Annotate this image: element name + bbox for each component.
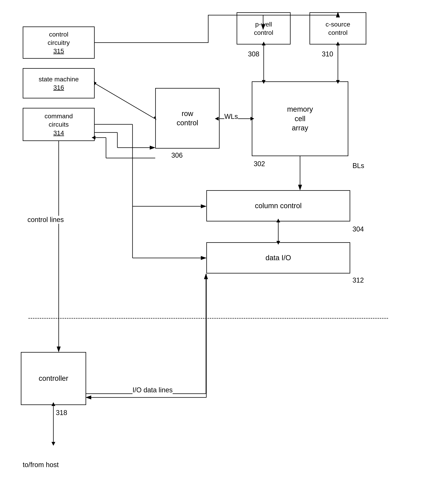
control-circuitry-label: controlcircuitry [48, 30, 70, 47]
control-lines-label: control lines [27, 216, 64, 224]
ref-318: 318 [56, 409, 67, 417]
ref-302: 302 [254, 160, 265, 168]
data-io-box: data I/O [206, 242, 350, 274]
state-machine-ref: 316 [53, 83, 64, 92]
column-control-label: column control [255, 201, 301, 210]
svg-marker-41 [52, 442, 55, 446]
c-source-control-box: c-sourcecontrol [309, 12, 366, 44]
command-circuits-label: commandcircuits [44, 112, 73, 128]
ref-306: 306 [171, 151, 183, 159]
memory-cell-array-label: memorycellarray [287, 105, 313, 133]
ref-312: 312 [353, 276, 364, 284]
control-circuitry-ref: 315 [53, 47, 64, 55]
to-from-host-label: to/from host [23, 461, 59, 469]
memory-cell-array-box: memorycellarray [252, 81, 348, 156]
bls-label: BLs [353, 162, 364, 170]
ref-308: 308 [248, 50, 259, 58]
state-machine-label: state machine [39, 75, 79, 83]
column-control-box: column control [206, 190, 350, 222]
controller-box: controller [21, 352, 86, 405]
ref-310: 310 [322, 50, 333, 58]
data-io-label: data I/O [265, 253, 291, 263]
row-control-label: rowcontrol [177, 109, 198, 128]
svg-line-11 [95, 83, 155, 119]
state-machine-box: state machine 316 [23, 68, 95, 98]
p-well-control-box: p-wellcontrol [237, 12, 291, 44]
wls-label: WLs [224, 113, 238, 120]
ref-304: 304 [353, 225, 364, 233]
command-circuits-box: commandcircuits 314 [23, 108, 95, 141]
io-data-lines-label: I/O data lines [132, 386, 173, 394]
command-circuits-ref: 314 [53, 129, 64, 137]
control-circuitry-box: controlcircuitry 315 [23, 26, 95, 59]
dashed-separator [28, 318, 388, 319]
controller-label: controller [39, 374, 68, 383]
c-source-control-label: c-sourcecontrol [326, 20, 350, 37]
diagram-container: controlcircuitry 315 state machine 316 c… [0, 0, 421, 504]
p-well-control-label: p-wellcontrol [254, 20, 273, 37]
row-control-box: rowcontrol [155, 88, 220, 149]
